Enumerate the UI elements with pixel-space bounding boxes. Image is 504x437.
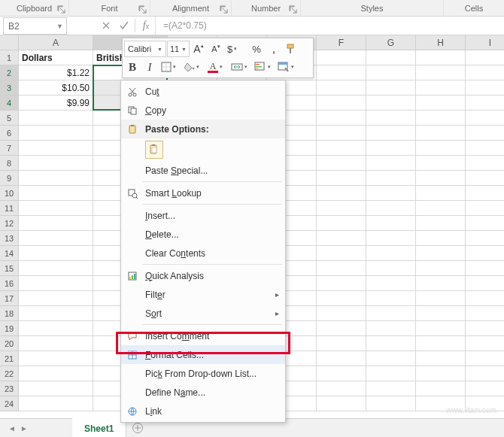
menu-item-insert-comment[interactable]: Insert Comment [121,326,285,345]
cell-A4[interactable]: $9.99 [19,96,93,111]
cell-I11[interactable] [466,201,504,216]
cell-F12[interactable] [317,216,366,231]
cell-A10[interactable] [19,186,93,201]
row-header[interactable]: 2 [0,65,19,80]
bold-button[interactable]: B [124,59,141,75]
cell-F18[interactable] [317,306,366,321]
cell-H21[interactable] [416,351,466,366]
cell-F11[interactable] [317,201,366,216]
increase-font-button[interactable]: A▴ [190,41,207,57]
cell-H10[interactable] [416,186,466,201]
font-size-combo[interactable]: 11 ▼ [167,41,190,57]
cell-H18[interactable] [416,306,466,321]
cell-H11[interactable] [416,201,466,216]
merge-center-button[interactable]: ▾ [229,59,251,75]
menu-item-quick-analysis[interactable]: Quick Analysis [121,266,285,285]
percent-format-button[interactable]: % [248,41,265,57]
cell-H12[interactable] [416,216,466,231]
row-header[interactable]: 1 [0,50,19,65]
column-header[interactable]: G [366,35,416,50]
cell-H7[interactable] [416,141,466,156]
cell-H5[interactable] [416,111,466,126]
row-header[interactable]: 22 [0,366,19,381]
cell-F23[interactable] [317,381,366,396]
cell-A2[interactable]: $1.22 [19,65,93,80]
row-header[interactable]: 16 [0,276,19,291]
cell-F16[interactable] [317,276,366,291]
cell-H9[interactable] [416,171,466,186]
cell-F17[interactable] [317,291,366,306]
cell-F21[interactable] [317,351,366,366]
cell-A15[interactable] [19,261,93,276]
cell-I6[interactable] [466,126,504,141]
cell-G13[interactable] [366,231,416,246]
menu-item-delete[interactable]: Delete... [121,225,285,244]
cell-F15[interactable] [317,261,366,276]
cell-H22[interactable] [416,366,466,381]
format-painter-button[interactable] [283,41,299,57]
cell-G10[interactable] [366,186,416,201]
row-header[interactable]: 20 [0,336,19,351]
cell-A24[interactable] [19,396,93,411]
menu-item-paste-special[interactable]: Paste Special... [121,161,285,180]
formula-bar[interactable]: =(A2*0.75) [155,17,504,35]
row-headers[interactable]: 123456789101112131415161718192021222324 [0,50,19,411]
cell-F7[interactable] [317,141,366,156]
insert-function-button[interactable]: fx [137,17,155,35]
dialog-launcher-icon[interactable] [220,5,229,15]
menu-item-clear-contents[interactable]: Clear Contents [121,244,285,263]
cell-A5[interactable] [19,111,93,126]
cell-I15[interactable] [466,261,504,276]
cell-A19[interactable] [19,321,93,336]
cell-A6[interactable] [19,126,93,141]
cell-H3[interactable] [416,80,466,96]
menu-item-cut[interactable]: Cut [121,82,285,101]
cell-I3[interactable] [466,80,504,96]
row-header[interactable]: 21 [0,351,19,366]
dialog-launcher-icon[interactable] [289,5,299,15]
cell-G11[interactable] [366,201,416,216]
cell-H17[interactable] [416,291,466,306]
chevron-down-icon[interactable]: ▼ [157,47,162,52]
select-all-button[interactable] [0,35,19,50]
cell-I17[interactable] [466,291,504,306]
cell-H1[interactable] [416,50,466,65]
row-header[interactable]: 3 [0,80,19,96]
cell-I1[interactable] [466,50,504,65]
cell-G21[interactable] [366,351,416,366]
menu-item-format-cells[interactable]: Format Cells... [121,345,285,364]
decrease-font-button[interactable]: A▾ [208,41,224,57]
cell-F1[interactable] [317,50,366,65]
cell-I21[interactable] [466,351,504,366]
accounting-format-button[interactable]: $▾ [225,41,247,57]
cell-F5[interactable] [317,111,366,126]
cell-F24[interactable] [317,396,366,411]
cell-F19[interactable] [317,321,366,336]
cell-G2[interactable] [366,65,416,80]
menu-item-filter[interactable]: Filter ▸ [121,285,285,304]
column-header[interactable]: H [416,35,466,50]
cell-G24[interactable] [366,396,416,411]
menu-item-define-name[interactable]: Define Name... [121,383,285,402]
cell-F10[interactable] [317,186,366,201]
cell-F2[interactable] [317,65,366,80]
column-header[interactable]: I [466,35,504,50]
row-header[interactable]: 9 [0,171,19,186]
font-name-combo[interactable]: Calibri ▼ [124,41,166,57]
cell-A8[interactable] [19,156,93,171]
conditional-formatting-button[interactable]: ▾ [252,59,275,75]
cell-G3[interactable] [366,80,416,96]
cell-styles-button[interactable]: ▾ [275,59,298,75]
cell-A17[interactable] [19,291,93,306]
cell-F20[interactable] [317,336,366,351]
cell-A18[interactable] [19,306,93,321]
cell-H8[interactable] [416,156,466,171]
cell-G8[interactable] [366,156,416,171]
cell-A7[interactable] [19,141,93,156]
menu-item-copy[interactable]: Copy [121,101,285,120]
cell-A11[interactable] [19,201,93,216]
triangle-right-icon[interactable]: ► [20,424,28,432]
cell-A9[interactable] [19,171,93,186]
row-header[interactable]: 11 [0,201,19,216]
row-header[interactable]: 19 [0,321,19,336]
